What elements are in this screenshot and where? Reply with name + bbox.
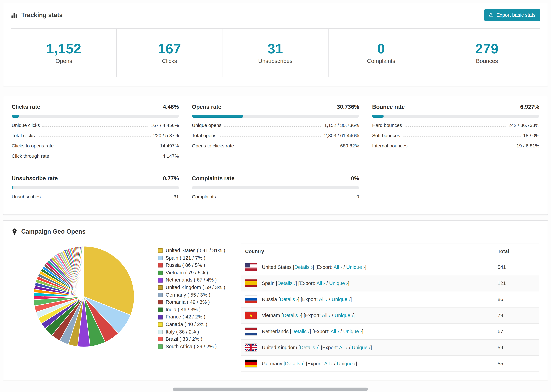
rate-stat-label: Opens to clicks rate <box>192 143 234 148</box>
rate-percent: 6.927% <box>520 104 539 110</box>
country-total: 86 <box>494 291 539 307</box>
rate-stat-value: 167 / 4.456% <box>151 122 179 128</box>
legend-item: Vietnam ( 79 / 5% ) <box>158 269 225 277</box>
campaign-geo-opens-card: Campaign Geo Opens United States ( 541 /… <box>3 220 548 380</box>
export-all-link[interactable]: All › <box>322 313 330 318</box>
rate-progress-fill <box>192 115 243 118</box>
legend-color-swatch <box>158 249 162 253</box>
rate-stat-row: Click through rate 4.147% <box>12 153 179 159</box>
country-flag-icon <box>245 280 257 287</box>
rate-stat-row: Unique opens 1,152 / 30.736% <box>192 122 359 128</box>
export-unique-link[interactable]: Unique › <box>337 361 356 366</box>
export-unique-link[interactable]: Unique › <box>352 345 371 350</box>
rate-stat-value: 0 <box>356 194 359 199</box>
legend-item: Germany ( 55 / 3% ) <box>158 291 225 299</box>
rate-stat-label: Complaints <box>192 194 216 199</box>
legend-item: Spain ( 121 / 7% ) <box>158 254 225 262</box>
rate-block: Bounce rate 6.927% Hard bounces 242 / 86… <box>372 104 539 159</box>
country-name: Spain <box>262 280 275 286</box>
country-total: 67 <box>494 323 539 339</box>
legend-item: Russia ( 86 / 5% ) <box>158 262 225 269</box>
export-all-link[interactable]: All › <box>319 297 327 302</box>
details-link[interactable]: Details › <box>291 329 310 334</box>
geo-table: Country Total United States [Details ›] … <box>241 244 539 372</box>
legend-item: South Africa ( 29 / 2% ) <box>158 343 225 350</box>
export-all-link[interactable]: All › <box>333 264 342 270</box>
rate-title: Complaints rate <box>192 175 234 182</box>
rate-progress-bar <box>192 186 359 189</box>
legend-label: United States ( 541 / 31% ) <box>166 247 225 254</box>
stat-label: Opens <box>56 58 72 64</box>
export-unique-link[interactable]: Unique › <box>329 280 348 286</box>
export-all-link[interactable]: All › <box>331 329 339 334</box>
geo-table-header-row: Country Total <box>241 244 539 259</box>
dotted-leader <box>237 147 338 147</box>
geo-pie-chart <box>31 244 137 350</box>
legend-color-swatch <box>158 256 162 260</box>
stats-row: 1,152 Opens 167 Clicks 31 Unsubscribes 0… <box>11 28 540 77</box>
country-name: United Kingdom <box>262 345 297 350</box>
rate-block: Unsubscribe rate 0.77% Unsubscribes 31 <box>12 175 179 199</box>
legend-color-swatch <box>158 286 162 290</box>
legend-label: United Kingdom ( 59 / 3% ) <box>166 284 225 291</box>
tracking-stats-card: Tracking stats Export basic stats 1,152 … <box>3 3 548 86</box>
legend-item: France ( 42 / 2% ) <box>158 314 225 321</box>
rate-block: Complaints rate 0% Complaints 0 <box>192 175 359 199</box>
export-all-link[interactable]: All › <box>339 345 348 350</box>
details-link[interactable]: Details › <box>285 361 303 366</box>
stat-value: 31 <box>268 41 283 56</box>
rates-card: Clicks rate 4.46% Unique clicks 167 / 4.… <box>3 96 548 215</box>
details-link[interactable]: Details › <box>280 297 298 302</box>
legend-color-swatch <box>158 293 162 297</box>
rate-stat-row: Clicks to opens rate 14.497% <box>12 143 179 148</box>
details-link[interactable]: Details › <box>277 280 296 286</box>
rate-percent: 0.77% <box>163 175 179 182</box>
legend-color-swatch <box>158 278 162 282</box>
legend-label: Spain ( 121 / 7% ) <box>166 254 205 262</box>
legend-label: Vietnam ( 79 / 5% ) <box>166 269 208 277</box>
export-all-link[interactable]: All › <box>316 280 325 286</box>
export-basic-stats-button[interactable]: Export basic stats <box>484 9 540 21</box>
legend-color-swatch <box>158 263 162 268</box>
rate-stat-label: Unique opens <box>192 122 221 128</box>
export-all-link[interactable]: All › <box>324 361 333 366</box>
dotted-leader <box>57 147 157 147</box>
rate-stat-label: Soft bounces <box>372 133 400 138</box>
export-unique-link[interactable]: Unique › <box>335 313 353 318</box>
rate-stat-label: Unsubscribes <box>12 194 41 199</box>
country-flag-icon <box>245 328 257 335</box>
horizontal-scrollbar[interactable] <box>173 388 368 391</box>
dotted-leader <box>43 198 171 198</box>
dotted-leader <box>37 136 150 137</box>
tracking-stats-title: Tracking stats <box>11 11 63 19</box>
legend-item: United Kingdom ( 59 / 3% ) <box>158 284 225 291</box>
rate-stat-value: 1,152 / 30.736% <box>324 122 359 128</box>
rate-stat-row: Complaints 0 <box>192 194 359 199</box>
country-name: Vietnam <box>262 313 280 318</box>
legend-label: Italy ( 36 / 2% ) <box>166 328 199 336</box>
rate-percent: 30.736% <box>337 104 359 110</box>
details-link[interactable]: Details › <box>294 264 312 270</box>
geo-table-row: United States [Details ›] [Export: All ›… <box>241 259 539 275</box>
export-unique-link[interactable]: Unique › <box>346 264 365 270</box>
details-link[interactable]: Details › <box>300 345 318 350</box>
stat-box: 279 Bounces <box>434 28 540 77</box>
rate-stat-value: 2,303 / 61.446% <box>324 133 359 138</box>
country-flag-icon <box>245 360 257 367</box>
rate-stat-label: Unique clicks <box>12 122 40 128</box>
details-link[interactable]: Details › <box>283 313 301 318</box>
rate-stat-label: Clicks to opens rate <box>12 143 54 148</box>
export-unique-link[interactable]: Unique › <box>343 329 362 334</box>
country-flag-icon <box>245 295 257 303</box>
rate-stat-value: 242 / 86.738% <box>509 122 539 128</box>
geo-title: Campaign Geo Opens <box>12 228 539 235</box>
rate-title: Unsubscribe rate <box>12 175 58 182</box>
dotted-leader <box>42 126 148 126</box>
stat-box: 0 Complaints <box>328 28 434 77</box>
rate-stat-row: Total opens 2,303 / 61.446% <box>192 133 359 138</box>
export-unique-link[interactable]: Unique › <box>332 297 350 302</box>
rate-stat-row: Unsubscribes 31 <box>12 194 179 199</box>
legend-color-swatch <box>158 322 162 327</box>
geo-legend: United States ( 541 / 31% ) Spain ( 121 … <box>158 247 225 350</box>
legend-color-swatch <box>158 337 162 342</box>
